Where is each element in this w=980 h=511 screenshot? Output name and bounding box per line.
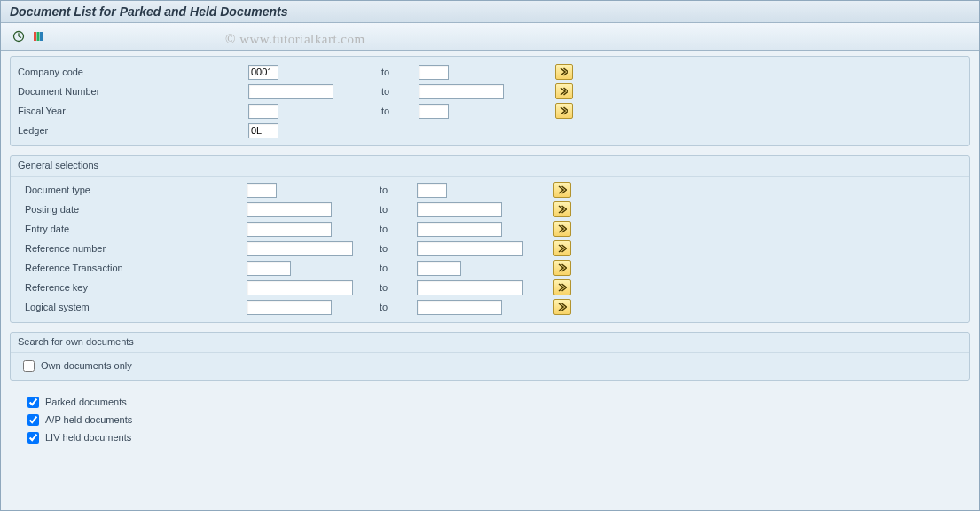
- label-reference-transaction: Reference Transaction: [16, 263, 247, 273]
- svg-rect-4: [37, 32, 40, 41]
- input-entry-date-from[interactable]: [247, 222, 332, 237]
- multi-fiscal-year[interactable]: [555, 103, 573, 119]
- to-label-reference-number: to: [380, 243, 417, 254]
- input-fiscal-year-from[interactable]: [248, 104, 278, 119]
- row-entry-date: Entry dateto: [11, 219, 969, 239]
- input-company-code-from[interactable]: [248, 65, 278, 80]
- row-fiscal-year: Fiscal Yearto: [12, 101, 968, 121]
- execute-icon: [12, 30, 25, 43]
- multi-reference-transaction[interactable]: [553, 260, 571, 276]
- label-logical-system: Logical system: [16, 302, 247, 312]
- label-posting-date: Posting date: [16, 204, 247, 215]
- input-company-code-to[interactable]: [419, 65, 449, 80]
- row-document-type: Document typeto: [11, 180, 969, 200]
- input-reference-key-from[interactable]: [247, 280, 353, 295]
- row-ledger: Ledger: [12, 121, 968, 140]
- to-label-fiscal-year: to: [381, 106, 419, 116]
- svg-line-2: [19, 36, 21, 38]
- own-documents-only-checkbox[interactable]: [23, 360, 35, 372]
- check-row-a-p-held-documents[interactable]: A/P held documents: [15, 411, 965, 428]
- content-area: Company codeto Document Numberto Fiscal …: [1, 51, 979, 455]
- doc-type-checks: Parked documents A/P held documents LIV …: [10, 389, 970, 450]
- checkbox-label-a-p-held-documents: A/P held documents: [45, 414, 132, 425]
- general-selections-group: General selections Document typeto Posti…: [10, 155, 970, 323]
- checkbox-label-liv-held-documents: LIV held documents: [45, 432, 131, 443]
- checkbox-a-p-held-documents[interactable]: [27, 414, 39, 426]
- checkbox-liv-held-documents[interactable]: [27, 432, 39, 444]
- row-posting-date: Posting dateto: [11, 200, 969, 219]
- input-ledger-from[interactable]: [248, 123, 278, 138]
- to-label-reference-key: to: [380, 282, 417, 293]
- arrow-right-icon: [560, 87, 568, 96]
- row-reference-number: Reference numberto: [11, 239, 969, 258]
- own-documents-only-row[interactable]: Own documents only: [11, 357, 969, 374]
- arrow-right-icon: [558, 205, 567, 214]
- own-documents-group: Search for own documents Own documents o…: [10, 332, 970, 381]
- row-logical-system: Logical systemto: [11, 297, 969, 317]
- checkbox-label-parked-documents: Parked documents: [45, 397, 127, 407]
- multi-reference-key[interactable]: [553, 279, 571, 295]
- row-company-code: Company codeto: [12, 62, 968, 82]
- multi-entry-date[interactable]: [553, 221, 571, 237]
- input-reference-transaction-to[interactable]: [417, 261, 461, 276]
- check-row-parked-documents[interactable]: Parked documents: [15, 393, 965, 411]
- row-document-number: Document Numberto: [12, 82, 968, 101]
- arrow-right-icon: [558, 185, 567, 194]
- input-reference-transaction-from[interactable]: [247, 261, 291, 276]
- label-reference-key: Reference key: [16, 282, 247, 293]
- own-documents-only-label: Own documents only: [41, 360, 132, 371]
- group-title-general: General selections: [11, 156, 969, 177]
- input-document-number-to[interactable]: [419, 84, 504, 99]
- check-row-liv-held-documents[interactable]: LIV held documents: [15, 428, 965, 446]
- multi-reference-number[interactable]: [553, 240, 571, 256]
- input-fiscal-year-to[interactable]: [419, 104, 449, 119]
- label-entry-date: Entry date: [16, 224, 247, 234]
- arrow-right-icon: [558, 283, 567, 292]
- arrow-right-icon: [560, 106, 568, 115]
- label-reference-number: Reference number: [16, 243, 247, 254]
- input-document-number-from[interactable]: [248, 84, 333, 99]
- to-label-document-type: to: [380, 185, 417, 195]
- execute-button[interactable]: [10, 28, 27, 45]
- row-reference-transaction: Reference Transactionto: [11, 258, 969, 278]
- input-reference-key-to[interactable]: [417, 280, 523, 295]
- selection-block-top: Company codeto Document Numberto Fiscal …: [10, 56, 970, 146]
- arrow-right-icon: [558, 263, 567, 272]
- page-title: Document List for Parked and Held Docume…: [1, 1, 979, 23]
- to-label-posting-date: to: [380, 204, 417, 215]
- to-label-reference-transaction: to: [380, 263, 417, 273]
- label-document-number: Document Number: [18, 86, 248, 97]
- input-posting-date-to[interactable]: [417, 202, 502, 217]
- to-label-document-number: to: [381, 86, 419, 97]
- svg-rect-5: [40, 32, 43, 41]
- arrow-right-icon: [558, 224, 567, 233]
- input-reference-number-to[interactable]: [417, 241, 523, 256]
- label-document-type: Document type: [16, 185, 247, 195]
- arrow-right-icon: [560, 67, 568, 76]
- row-reference-key: Reference keyto: [11, 278, 969, 297]
- group-title-own: Search for own documents: [11, 333, 969, 353]
- multi-logical-system[interactable]: [553, 299, 571, 315]
- to-label-company-code: to: [381, 67, 419, 77]
- label-company-code: Company code: [18, 67, 248, 77]
- toolbar: [1, 23, 979, 51]
- multi-document-type[interactable]: [553, 182, 571, 198]
- input-document-type-from[interactable]: [247, 183, 277, 198]
- input-logical-system-from[interactable]: [247, 300, 332, 315]
- svg-rect-3: [34, 32, 36, 41]
- multi-company-code[interactable]: [555, 64, 573, 80]
- input-document-type-to[interactable]: [417, 183, 447, 198]
- to-label-logical-system: to: [380, 302, 417, 312]
- label-fiscal-year: Fiscal Year: [18, 106, 248, 116]
- input-entry-date-to[interactable]: [417, 222, 502, 237]
- input-reference-number-from[interactable]: [247, 241, 353, 256]
- input-posting-date-from[interactable]: [247, 202, 332, 217]
- input-logical-system-to[interactable]: [417, 300, 502, 315]
- multi-document-number[interactable]: [555, 83, 573, 99]
- checkbox-parked-documents[interactable]: [27, 397, 39, 408]
- label-ledger: Ledger: [18, 125, 248, 136]
- to-label-entry-date: to: [380, 224, 417, 234]
- variant-button[interactable]: [29, 28, 47, 45]
- multi-posting-date[interactable]: [553, 201, 571, 217]
- arrow-right-icon: [558, 303, 567, 311]
